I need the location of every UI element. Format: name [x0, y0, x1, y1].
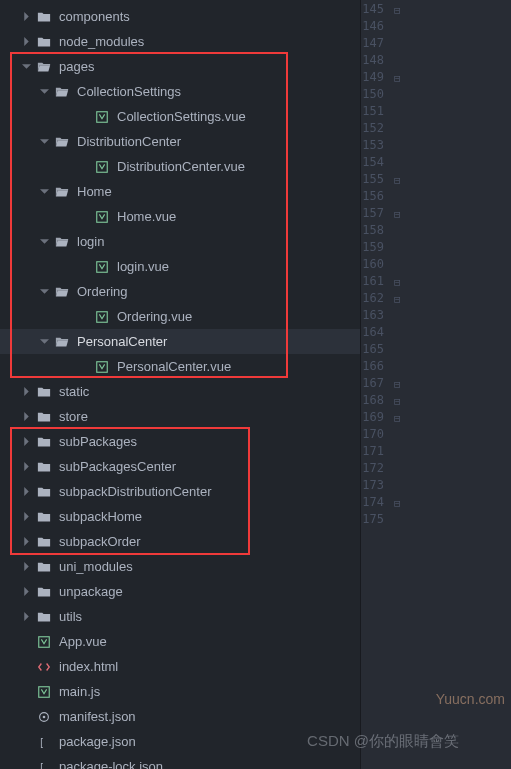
tree-item-static[interactable]: static — [0, 379, 360, 404]
tree-file-main-js[interactable]: main.js — [0, 679, 360, 704]
fold-marker-icon[interactable]: ⊟ — [394, 208, 401, 221]
code-line[interactable]: ⊟ — [390, 274, 511, 291]
code-line[interactable] — [390, 427, 511, 444]
tree-file-home-vue[interactable]: Home.vue — [0, 204, 360, 229]
code-line[interactable] — [390, 104, 511, 121]
chevron-right-icon[interactable] — [20, 461, 32, 473]
chevron-right-icon[interactable] — [20, 611, 32, 623]
folder-icon — [36, 484, 52, 500]
tree-file-ordering-vue[interactable]: Ordering.vue — [0, 304, 360, 329]
code-line[interactable] — [390, 359, 511, 376]
chevron-right-icon[interactable] — [20, 586, 32, 598]
tree-item-pages[interactable]: pages — [0, 54, 360, 79]
code-line[interactable] — [390, 461, 511, 478]
tree-item-unpackage[interactable]: unpackage — [0, 579, 360, 604]
chevron-right-icon[interactable] — [20, 386, 32, 398]
tree-item-personalcenter[interactable]: PersonalCenter — [0, 329, 360, 354]
code-line[interactable] — [390, 240, 511, 257]
code-line[interactable] — [390, 121, 511, 138]
code-line[interactable] — [390, 223, 511, 240]
tree-file-manifest-json[interactable]: manifest.json — [0, 704, 360, 729]
tree-item-collectionsettings[interactable]: CollectionSettings — [0, 79, 360, 104]
code-line[interactable]: ⊟ — [390, 410, 511, 427]
tree-item-home[interactable]: Home — [0, 179, 360, 204]
svg-rect-4 — [97, 311, 108, 322]
chevron-down-icon[interactable] — [38, 86, 50, 98]
code-line[interactable]: ⊟ — [390, 206, 511, 223]
file-explorer[interactable]: componentsnode_modulespagesCollectionSet… — [0, 0, 360, 769]
tree-item-subpackagescenter[interactable]: subPackagesCenter — [0, 454, 360, 479]
code-line[interactable] — [390, 342, 511, 359]
code-line[interactable] — [390, 138, 511, 155]
folder-icon — [36, 34, 52, 50]
tree-item-subpackages[interactable]: subPackages — [0, 429, 360, 454]
chevron-down-icon[interactable] — [38, 286, 50, 298]
fold-marker-icon[interactable]: ⊟ — [394, 497, 401, 510]
code-line[interactable]: ⊟ — [390, 70, 511, 87]
tree-item-node-modules[interactable]: node_modules — [0, 29, 360, 54]
chevron-right-icon[interactable] — [20, 36, 32, 48]
code-line[interactable]: ⊟ — [390, 393, 511, 410]
tree-file-package-json[interactable]: [ ]package.json — [0, 729, 360, 754]
code-line[interactable] — [390, 87, 511, 104]
tree-file-login-vue[interactable]: login.vue — [0, 254, 360, 279]
tree-file-distributioncenter-vue[interactable]: DistributionCenter.vue — [0, 154, 360, 179]
code-line[interactable] — [390, 325, 511, 342]
chevron-down-icon[interactable] — [38, 336, 50, 348]
chevron-right-icon[interactable] — [20, 486, 32, 498]
fold-marker-icon[interactable]: ⊟ — [394, 293, 401, 306]
code-line[interactable] — [390, 155, 511, 172]
folder-icon — [36, 459, 52, 475]
tree-item-label: PersonalCenter.vue — [117, 359, 360, 374]
code-line[interactable] — [390, 512, 511, 529]
code-line[interactable] — [390, 189, 511, 206]
chevron-down-icon[interactable] — [38, 136, 50, 148]
chevron-right-icon[interactable] — [20, 11, 32, 23]
fold-marker-icon[interactable]: ⊟ — [394, 378, 401, 391]
chevron-down-icon[interactable] — [38, 236, 50, 248]
chevron-right-icon[interactable] — [20, 511, 32, 523]
fold-marker-icon[interactable]: ⊟ — [394, 395, 401, 408]
code-line[interactable]: ⊟ — [390, 172, 511, 189]
tree-file-package-lock-json[interactable]: [ ]package-lock.json — [0, 754, 360, 769]
tree-item-login[interactable]: login — [0, 229, 360, 254]
fold-marker-icon[interactable]: ⊟ — [394, 4, 401, 17]
chevron-right-icon[interactable] — [20, 536, 32, 548]
code-line[interactable] — [390, 19, 511, 36]
code-line[interactable]: ⊟ — [390, 376, 511, 393]
tree-item-store[interactable]: store — [0, 404, 360, 429]
editor-area[interactable]: ⊟⊟⊟⊟⊟⊟⊟⊟⊟⊟ — [390, 0, 511, 769]
code-line[interactable] — [390, 53, 511, 70]
chevron-right-icon[interactable] — [20, 411, 32, 423]
fold-marker-icon[interactable]: ⊟ — [394, 276, 401, 289]
tree-file-personalcenter-vue[interactable]: PersonalCenter.vue — [0, 354, 360, 379]
tree-file-app-vue[interactable]: App.vue — [0, 629, 360, 654]
tree-item-uni-modules[interactable]: uni_modules — [0, 554, 360, 579]
tree-item-utils[interactable]: utils — [0, 604, 360, 629]
fold-marker-icon[interactable]: ⊟ — [394, 174, 401, 187]
tree-file-index-html[interactable]: index.html — [0, 654, 360, 679]
code-line[interactable] — [390, 444, 511, 461]
tree-item-ordering[interactable]: Ordering — [0, 279, 360, 304]
tree-item-distributioncenter[interactable]: DistributionCenter — [0, 129, 360, 154]
code-line[interactable]: ⊟ — [390, 291, 511, 308]
tree-file-collectionsettings-vue[interactable]: CollectionSettings.vue — [0, 104, 360, 129]
chevron-down-icon[interactable] — [20, 61, 32, 73]
tree-item-subpackhome[interactable]: subpackHome — [0, 504, 360, 529]
tree-item-components[interactable]: components — [0, 4, 360, 29]
tree-item-subpackorder[interactable]: subpackOrder — [0, 529, 360, 554]
chevron-right-icon[interactable] — [20, 561, 32, 573]
code-line[interactable] — [390, 308, 511, 325]
vue-file-icon — [94, 209, 110, 225]
code-line[interactable]: ⊟ — [390, 2, 511, 19]
fold-marker-icon[interactable]: ⊟ — [394, 72, 401, 85]
code-line[interactable] — [390, 36, 511, 53]
tree-item-subpackdistributioncenter[interactable]: subpackDistributionCenter — [0, 479, 360, 504]
chevron-right-icon[interactable] — [20, 436, 32, 448]
chevron-down-icon[interactable] — [38, 186, 50, 198]
code-line[interactable] — [390, 257, 511, 274]
svg-text:[ ]: [ ] — [39, 761, 51, 769]
code-line[interactable]: ⊟ — [390, 495, 511, 512]
code-line[interactable] — [390, 478, 511, 495]
fold-marker-icon[interactable]: ⊟ — [394, 412, 401, 425]
